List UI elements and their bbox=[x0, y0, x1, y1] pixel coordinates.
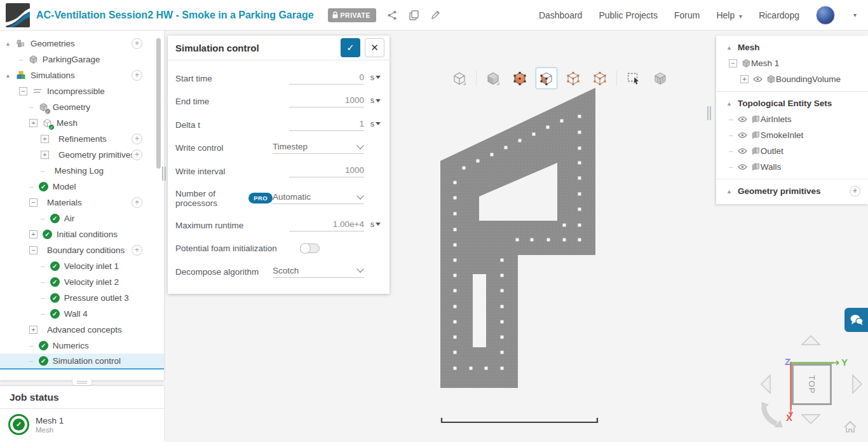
tree-item-model[interactable]: –✓Model bbox=[0, 179, 164, 195]
tree-item-meshing-log[interactable]: –Meshing Log bbox=[0, 163, 164, 179]
collapse-caret-icon[interactable]: ▲ bbox=[5, 41, 11, 47]
tree-item-materials[interactable]: −Materials+ bbox=[0, 195, 164, 211]
add-button[interactable]: + bbox=[132, 70, 142, 81]
field-value-input[interactable]: 1000 bbox=[289, 95, 364, 107]
field-select[interactable]: Scotch bbox=[273, 266, 364, 278]
field-select[interactable]: Timestep bbox=[273, 142, 364, 154]
tree-item-velocity-inlet-2[interactable]: –✓Velocity inlet 2 bbox=[0, 274, 164, 290]
rotate-right-arrow[interactable] bbox=[853, 375, 862, 393]
job-status-item[interactable]: ✓ Mesh 1 Mesh bbox=[0, 409, 164, 435]
expand-box-icon[interactable]: + bbox=[41, 151, 49, 159]
expand-box-icon[interactable]: + bbox=[41, 135, 49, 143]
tree-item-numerics[interactable]: –✓Numerics bbox=[0, 338, 164, 354]
toolbar-rubber-band-select-icon[interactable] bbox=[623, 67, 644, 89]
tree-item-simulations[interactable]: ▲Simulations+ bbox=[0, 67, 164, 83]
toolbar-volume-select-icon[interactable] bbox=[509, 67, 531, 89]
toolbar-wireframe-view-icon[interactable] bbox=[449, 67, 470, 89]
tree-item-geometries[interactable]: ▲Geometries+ bbox=[0, 36, 164, 52]
tree-item-parkinggarage[interactable]: –ParkingGarage bbox=[0, 52, 164, 67]
add-button[interactable]: + bbox=[132, 197, 142, 208]
tree-item-wall-4[interactable]: –✓Wall 4 bbox=[0, 306, 164, 322]
scene-item-outlet[interactable]: –Outlet bbox=[716, 143, 868, 159]
rotate-down-arrow[interactable] bbox=[802, 415, 820, 424]
rotate-up-arrow[interactable] bbox=[802, 336, 820, 345]
tree-item-pressure-outlet-3[interactable]: –✓Pressure outlet 3 bbox=[0, 290, 164, 306]
tree-item-boundary-conditions[interactable]: −Boundary conditions+ bbox=[0, 242, 164, 258]
toggle-switch[interactable] bbox=[300, 244, 320, 253]
unit-dropdown-icon[interactable] bbox=[376, 223, 381, 226]
sidebar-resize-handle[interactable] bbox=[162, 167, 166, 181]
scene-item-boundingvolume[interactable]: +BoundingVolume bbox=[716, 71, 868, 87]
unit-dropdown-icon[interactable] bbox=[376, 122, 381, 125]
tree-item-velocity-inlet-1[interactable]: –✓Velocity inlet 1 bbox=[0, 258, 164, 274]
nav-link-forum[interactable]: Forum bbox=[674, 10, 700, 20]
sidebar-scrollbar[interactable] bbox=[156, 38, 161, 169]
section-header-geometry-primitives[interactable]: ▲Geometry primitives+ bbox=[716, 183, 868, 199]
toolbar-mesh-quality-icon[interactable] bbox=[649, 67, 671, 89]
field-value-input[interactable]: 0 bbox=[289, 73, 364, 85]
simscale-logo[interactable] bbox=[6, 3, 30, 27]
copy-icon[interactable] bbox=[408, 10, 419, 21]
panel-drag-handle[interactable] bbox=[72, 379, 92, 386]
field-value-input[interactable]: 1.00e+4 bbox=[289, 219, 364, 231]
tree-item-advanced-concepts[interactable]: +Advanced concepts bbox=[0, 322, 164, 338]
user-avatar[interactable] bbox=[816, 6, 835, 25]
field-select[interactable]: Automatic bbox=[273, 192, 364, 204]
add-button[interactable]: + bbox=[132, 134, 142, 144]
apply-button[interactable]: ✓ bbox=[341, 38, 360, 57]
expand-box-icon[interactable]: + bbox=[29, 230, 37, 238]
visibility-eye-icon[interactable] bbox=[738, 132, 747, 139]
collapse-box-icon[interactable]: − bbox=[29, 198, 37, 207]
visibility-eye-icon[interactable] bbox=[738, 163, 747, 170]
scene-item-walls[interactable]: –Walls bbox=[716, 159, 868, 175]
add-button[interactable]: + bbox=[132, 149, 142, 160]
toolbar-edge-select-icon[interactable] bbox=[589, 67, 611, 89]
section-header-topological-entity-sets[interactable]: ▲Topological Entity Sets bbox=[716, 95, 868, 111]
section-header-mesh[interactable]: ▲Mesh bbox=[716, 39, 868, 55]
visibility-eye-icon[interactable] bbox=[738, 148, 747, 155]
nav-link-help[interactable]: Help ▾ bbox=[716, 10, 742, 20]
expand-box-icon[interactable]: + bbox=[740, 75, 749, 83]
right-panel-resize-handle[interactable] bbox=[707, 106, 711, 120]
tree-item-simulation-control[interactable]: –✓Simulation control bbox=[0, 354, 164, 369]
collapse-box-icon[interactable]: − bbox=[19, 87, 27, 95]
tree-item-geometry-primitives[interactable]: +Geometry primitives+ bbox=[0, 147, 164, 163]
scene-item-smokeinlet[interactable]: –SmokeInlet bbox=[716, 127, 868, 143]
tree-item-initial-conditions[interactable]: +✓Initial conditions bbox=[0, 226, 164, 242]
tree-item-mesh[interactable]: +✓Mesh bbox=[0, 115, 164, 131]
collapse-box-icon[interactable]: − bbox=[29, 246, 37, 254]
toolbar-vertex-select-icon[interactable] bbox=[562, 67, 584, 89]
scene-item-mesh-1[interactable]: −Mesh 1 bbox=[716, 55, 868, 71]
roll-rotate-arrow[interactable] bbox=[764, 407, 776, 424]
add-button[interactable]: + bbox=[132, 38, 142, 49]
tree-item-incompressible[interactable]: −Incompressible bbox=[0, 83, 164, 99]
share-icon[interactable] bbox=[386, 10, 398, 21]
nav-link-dashboard[interactable]: Dashboard bbox=[539, 10, 583, 20]
avatar-chevron-down-icon[interactable]: ▾ bbox=[853, 11, 857, 18]
tree-item-geometry[interactable]: –✓Geometry bbox=[0, 99, 164, 115]
edit-icon[interactable] bbox=[430, 10, 441, 21]
expand-box-icon[interactable]: + bbox=[29, 326, 37, 334]
close-button[interactable]: ✕ bbox=[365, 38, 384, 57]
collapse-box-icon[interactable]: − bbox=[729, 59, 737, 67]
tree-item-air[interactable]: –✓Air bbox=[0, 211, 164, 226]
nav-link-ricardopg[interactable]: Ricardopg bbox=[759, 10, 799, 20]
tree-item-refinements[interactable]: +Refinements+ bbox=[0, 131, 164, 147]
nav-link-public-projects[interactable]: Public Projects bbox=[599, 10, 658, 20]
field-value-input[interactable]: 1 bbox=[289, 119, 364, 131]
rotate-left-arrow[interactable] bbox=[761, 375, 770, 393]
home-view-icon[interactable] bbox=[844, 422, 856, 432]
unit-dropdown-icon[interactable] bbox=[376, 76, 381, 79]
visibility-eye-icon[interactable] bbox=[738, 116, 747, 123]
field-value-input[interactable]: 1000 bbox=[289, 165, 364, 177]
collapse-caret-icon[interactable]: ▲ bbox=[5, 73, 11, 79]
visibility-eye-icon[interactable] bbox=[753, 76, 763, 83]
add-button[interactable]: + bbox=[132, 245, 142, 256]
toolbar-solid-view-icon[interactable] bbox=[482, 67, 504, 89]
chat-button[interactable] bbox=[844, 308, 868, 332]
add-button[interactable]: + bbox=[850, 186, 860, 197]
expand-box-icon[interactable]: + bbox=[29, 119, 37, 127]
scene-item-airinlets[interactable]: –AirInlets bbox=[716, 111, 868, 127]
unit-dropdown-icon[interactable] bbox=[376, 99, 381, 102]
toolbar-face-select-icon[interactable] bbox=[536, 67, 557, 89]
